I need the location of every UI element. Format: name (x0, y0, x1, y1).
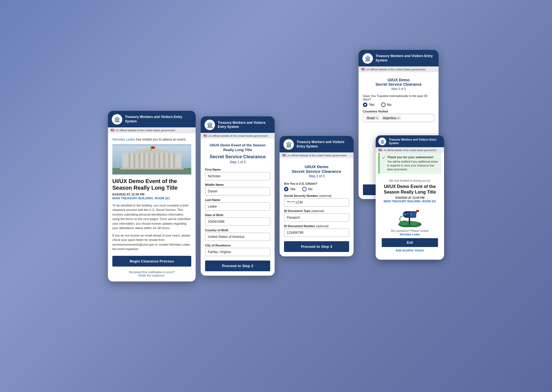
svg-rect-15 (120, 168, 184, 170)
field-city: City of Residence (205, 244, 270, 256)
svg-rect-6 (138, 153, 140, 168)
add-another-visitor-link[interactable]: Add Another Visitor (382, 249, 438, 252)
event-title-1: UI/UX Demo Event of the Season Really Lo… (112, 178, 191, 191)
success-message: Thank you for your submission! You will … (387, 155, 439, 171)
step3-header: UI/UX DemoSecret Service Clearance Step … (363, 78, 434, 90)
gov-header-1: 🏛️ Treasury Workers and Visitors Entry S… (108, 111, 196, 127)
svg-point-20 (410, 221, 418, 226)
official-text-2: An official website of the United States… (208, 134, 268, 137)
travel-yes-radio[interactable] (363, 103, 367, 107)
exit-button[interactable]: Exit (382, 238, 438, 247)
travel-yes-label: Yes (369, 103, 375, 107)
field-country: Country of Birth (205, 229, 270, 241)
gov-title-3: Treasury Workers and Visitors Entry Syst… (297, 140, 350, 149)
tag-brazil-close[interactable]: ✕ (376, 117, 378, 120)
field-countries: Countries Visited Brazil ✕ Argentina ✕ (363, 110, 434, 122)
field-ssn: Social Security Number (optional) (284, 194, 349, 206)
citizen-yes-radio[interactable] (284, 187, 288, 191)
svg-rect-25 (417, 210, 419, 212)
label-countries: Countries Visited (363, 110, 434, 113)
flag-icon-1: 🇺🇸 (111, 128, 115, 132)
notify-organizer-link[interactable]: Notify the organizer. (138, 274, 165, 277)
tag-argentina-label: Argentina (383, 116, 396, 120)
flag-icon-2: 🇺🇸 (203, 134, 207, 138)
begin-clearance-button[interactable]: Begin Clearance Process (112, 256, 191, 267)
travel-no-label: No (387, 103, 391, 107)
ssn-label-text: Social Security Number (284, 194, 318, 197)
questions-text: Any questions? Please contact (382, 229, 438, 232)
input-city[interactable] (205, 248, 270, 256)
invite-suffix: has invited you to attend an event. (135, 138, 186, 141)
official-banner-2: 🇺🇸 An official website of the United Sta… (201, 133, 275, 139)
field-id-type: ID Document Type (optional) (284, 209, 349, 222)
gov-seal-2: 🏛️ (205, 120, 215, 130)
citizen-no-radio[interactable] (302, 187, 307, 191)
field-id-number: ID Document Number (optional) (284, 224, 349, 237)
citizen-no-option[interactable]: No (302, 187, 312, 191)
id-number-optional-text: (optional) (316, 224, 329, 228)
official-text-1: An official website of the United States… (116, 129, 175, 132)
field-first-name: First Name (205, 168, 270, 180)
invite-message: Nicholas Leake has invited you to attend… (112, 138, 191, 141)
svg-rect-7 (143, 153, 145, 168)
confirm-event-title: UI/UX Demo Event of the Season Really Lo… (382, 184, 438, 194)
step2-subtitle: Step 2 of 3 (284, 174, 349, 178)
tag-argentina-close[interactable]: ✕ (397, 117, 399, 120)
svg-rect-24 (416, 210, 417, 213)
flag-icon-confirm: 🇺🇸 (378, 148, 382, 152)
step1-form-title: Secret Service Clearance (205, 154, 270, 160)
card-confirmation: 🏛️ Treasury Workers and Visitors Entry S… (376, 135, 444, 260)
svg-point-28 (411, 214, 412, 215)
citizen-yes-option[interactable]: Yes (284, 187, 296, 191)
tag-brazil-label: Brazil (367, 116, 375, 120)
confirmation-details: We look forward to seeing you for UI/UX … (378, 176, 441, 256)
input-dob[interactable] (205, 218, 270, 226)
id-type-label-text: ID Document Type (284, 209, 310, 213)
card-invitation: 🏛️ Treasury Workers and Visitors Entry S… (108, 111, 196, 281)
svg-rect-13 (173, 153, 175, 168)
citizen-no-label: No (308, 187, 312, 191)
card-step1: 🏛️ Treasury Workers and Visitors Entry S… (201, 116, 275, 276)
proceed-step2-button[interactable]: Proceed to Step 2 (205, 261, 270, 271)
label-ssn: Social Security Number (optional) (284, 194, 349, 197)
travel-no-radio[interactable] (381, 103, 386, 107)
input-ssn[interactable] (284, 198, 349, 206)
ssn-optional-text: (optional) (319, 194, 332, 197)
svg-rect-11 (163, 153, 165, 168)
card2-body: UI/UX Demo Event of the Season Really Lo… (201, 139, 275, 276)
input-last-name[interactable] (205, 202, 270, 211)
official-text-confirm: An official website of the United States… (383, 149, 436, 152)
looking-forward-text: We look forward to seeing you for (382, 179, 438, 182)
gov-seal-4: 🏛️ (362, 53, 373, 64)
inviter-name: Nicholas Leake (112, 138, 135, 141)
input-middle-name[interactable] (205, 187, 270, 195)
official-text-3: An official website of the United States… (287, 154, 347, 157)
event-date-1: 8/18/2022 AT 12:00 PM (112, 193, 191, 196)
input-id-type[interactable] (284, 213, 349, 222)
svg-rect-9 (153, 153, 155, 168)
success-body: You will be notified if any additional a… (387, 160, 438, 171)
citizen-yes-label: Yes (290, 187, 296, 191)
travel-no-option[interactable]: No (381, 103, 391, 107)
official-text-4: An official website of the United States… (366, 68, 426, 71)
input-first-name[interactable] (205, 172, 270, 180)
official-banner-3: 🇺🇸 An official website of the United Sta… (280, 152, 354, 158)
travel-yes-option[interactable]: Yes (363, 103, 375, 107)
gov-header-2: 🏛️ Treasury Workers and Visitors Entry S… (201, 116, 275, 133)
flag-icon-4: 🇺🇸 (361, 68, 365, 71)
input-country[interactable] (205, 233, 270, 241)
contact-name-link[interactable]: Nicholas Leake (382, 233, 438, 236)
event-desc-1: To be admitted to the building, you must… (112, 203, 191, 230)
label-city: City of Residence (205, 244, 270, 247)
svg-rect-12 (168, 153, 170, 168)
card3-body: UI/UX DemoSecret Service Clearance Step … (280, 158, 354, 256)
input-id-number[interactable] (284, 229, 349, 237)
id-number-label-text: ID Document Number (284, 224, 315, 228)
svg-rect-16 (151, 146, 151, 151)
success-title: Thank you for your submission! (387, 155, 439, 159)
citizen-radio-group: Yes No (284, 187, 349, 191)
proceed-step3-button[interactable]: Proceed to Step 3 (284, 241, 349, 252)
step1-header: UI/UX Demo Event of the Season Really Lo… (205, 143, 270, 164)
field-dob: Date of Birth (205, 213, 270, 226)
gov-title-4: Treasury Workers and Visitors Entry Syst… (376, 54, 435, 63)
